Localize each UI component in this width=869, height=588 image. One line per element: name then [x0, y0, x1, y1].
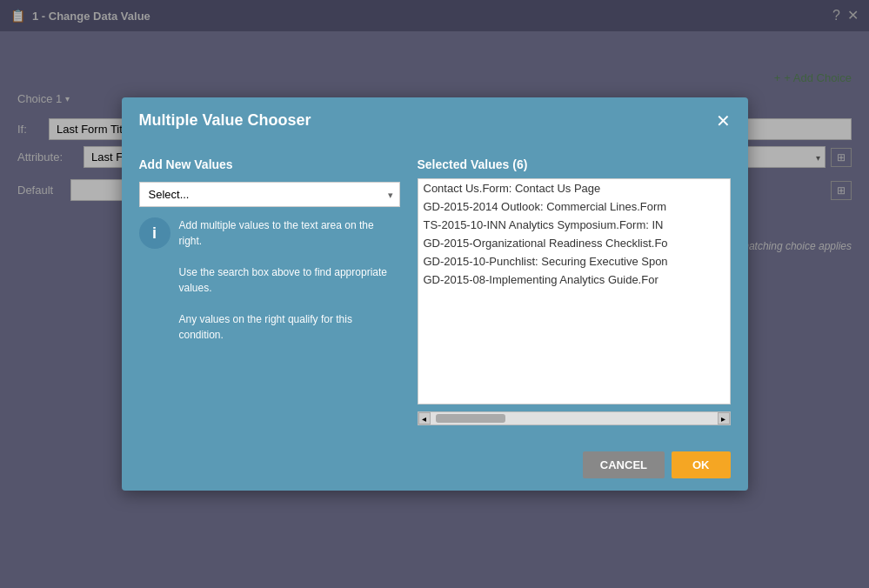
- scroll-left-button[interactable]: ◂: [418, 412, 431, 424]
- list-item[interactable]: Contact Us.Form: Contact Us Page: [418, 179, 730, 197]
- info-line1: Add multiple values to the text area on …: [179, 219, 374, 247]
- list-item[interactable]: GD-2015-10-Punchlist: Securing Executive…: [418, 252, 730, 271]
- horizontal-scrollbar[interactable]: ◂ ▸: [418, 411, 731, 425]
- list-item[interactable]: GD-2015-08-Implementing Analytics Guide.…: [418, 271, 730, 289]
- selected-values-label: Selected Values (6): [418, 157, 731, 171]
- search-select-wrapper: Select...: [139, 182, 400, 207]
- modal-body: Add New Values Select... i Add multiple …: [122, 144, 748, 439]
- add-values-select[interactable]: Select...: [139, 182, 400, 207]
- scrollbar-thumb[interactable]: [436, 414, 505, 423]
- modal-footer: CANCEL OK: [122, 439, 748, 491]
- info-box: i Add multiple values to the text area o…: [139, 217, 400, 343]
- list-item[interactable]: GD-2015-2014 Outlook: Commercial Lines.F…: [418, 197, 730, 216]
- info-line2: Use the search box above to find appropr…: [179, 266, 387, 294]
- modal-title: Multiple Value Chooser: [139, 111, 311, 130]
- modal-header: Multiple Value Chooser ✕: [122, 97, 748, 144]
- info-icon: i: [139, 217, 170, 249]
- scroll-right-button[interactable]: ▸: [718, 412, 730, 424]
- right-panel: Selected Values (6) Contact Us.Form: Con…: [418, 157, 731, 425]
- info-line3: Any values on the right qualify for this…: [179, 313, 352, 341]
- list-item[interactable]: GD-2015-Organizational Readiness Checkli…: [418, 234, 730, 252]
- ok-button[interactable]: OK: [672, 451, 731, 478]
- values-listbox[interactable]: Contact Us.Form: Contact Us PageGD-2015-…: [418, 178, 731, 404]
- list-item[interactable]: TS-2015-10-INN Analytics Symposium.Form:…: [418, 216, 730, 234]
- left-panel: Add New Values Select... i Add multiple …: [139, 157, 400, 425]
- info-text: Add multiple values to the text area on …: [179, 217, 400, 343]
- cancel-button[interactable]: CANCEL: [583, 451, 665, 478]
- modal-overlay: Multiple Value Chooser ✕ Add New Values …: [0, 0, 869, 588]
- modal-dialog: Multiple Value Chooser ✕ Add New Values …: [122, 97, 748, 491]
- modal-close-button[interactable]: ✕: [716, 112, 731, 130]
- add-new-values-label: Add New Values: [139, 157, 400, 171]
